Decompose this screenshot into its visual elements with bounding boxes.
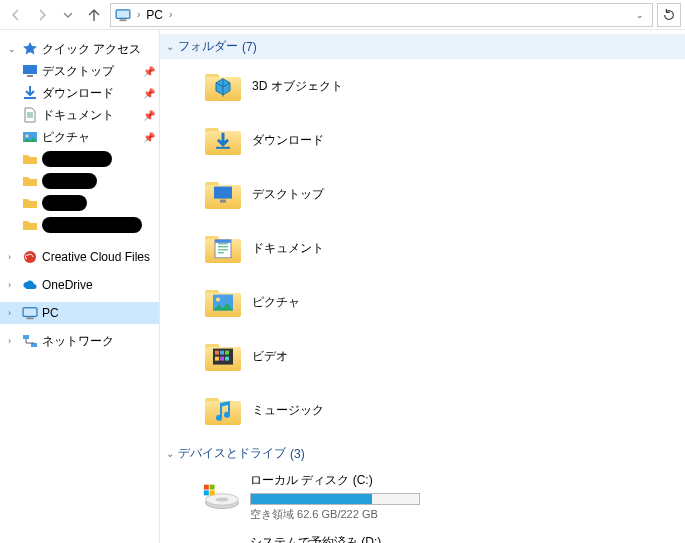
- folder-icon: [202, 119, 244, 161]
- pin-icon: 📌: [143, 66, 155, 77]
- group-count: (7): [242, 40, 257, 54]
- folder-item[interactable]: デスクトップ: [198, 171, 448, 217]
- svg-point-20: [216, 298, 220, 302]
- nav-forward-button[interactable]: [30, 3, 54, 27]
- svg-rect-16: [220, 200, 226, 203]
- redacted-label: [42, 151, 112, 167]
- folder-icon: [22, 173, 38, 189]
- tree-onedrive[interactable]: › OneDrive: [0, 274, 159, 296]
- item-label: デスクトップ: [252, 186, 324, 203]
- svg-rect-5: [24, 97, 36, 99]
- svg-rect-25: [215, 357, 219, 361]
- folder-item[interactable]: ドキュメント: [198, 225, 448, 271]
- tree-item-redacted[interactable]: [0, 214, 159, 236]
- download-icon: [22, 85, 38, 101]
- tree-item-redacted[interactable]: [0, 170, 159, 192]
- pin-icon: 📌: [143, 88, 155, 99]
- tree-label: デスクトップ: [42, 63, 114, 80]
- tree-creative-cloud[interactable]: › Creative Cloud Files: [0, 246, 159, 268]
- folder-icon: [202, 65, 244, 107]
- chevron-right-icon: ›: [169, 9, 172, 20]
- drive-item[interactable]: システムで予約済み (D:) 空き領域 66.9 MB/99.9 MB: [198, 532, 448, 543]
- document-icon: [22, 107, 38, 123]
- expand-icon[interactable]: ›: [8, 308, 18, 318]
- group-title: デバイスとドライブ: [178, 445, 286, 462]
- tree-item-redacted[interactable]: [0, 148, 159, 170]
- svg-point-7: [26, 135, 29, 138]
- tree-item-downloads[interactable]: ダウンロード 📌: [0, 82, 159, 104]
- drives-grid: ローカル ディスク (C:) 空き領域 62.6 GB/222 GB システムで…: [160, 466, 685, 543]
- expand-icon[interactable]: ›: [8, 336, 18, 346]
- svg-rect-1: [117, 10, 129, 17]
- folder-icon: [202, 389, 244, 431]
- group-header-devices[interactable]: ⌄ デバイスとドライブ (3): [160, 441, 685, 466]
- tree-item-documents[interactable]: ドキュメント 📌: [0, 104, 159, 126]
- redacted-label: [42, 195, 87, 211]
- pictures-icon: [22, 129, 38, 145]
- breadcrumb[interactable]: › PC › ⌄: [110, 3, 653, 27]
- svg-rect-15: [214, 187, 232, 199]
- svg-rect-4: [27, 75, 33, 77]
- item-label: ミュージック: [252, 402, 324, 419]
- svg-rect-22: [215, 351, 219, 355]
- chevron-down-icon: ⌄: [166, 448, 174, 459]
- svg-rect-27: [225, 357, 229, 361]
- folder-item[interactable]: 3D オブジェクト: [198, 63, 448, 109]
- drive-item[interactable]: ローカル ディスク (C:) 空き領域 62.6 GB/222 GB: [198, 470, 448, 524]
- item-label: 3D オブジェクト: [252, 78, 343, 95]
- tree-network[interactable]: › ネットワーク: [0, 330, 159, 352]
- svg-rect-24: [225, 351, 229, 355]
- folder-item[interactable]: ピクチャ: [198, 279, 448, 325]
- svg-rect-2: [120, 19, 127, 21]
- item-label: ピクチャ: [252, 294, 300, 311]
- refresh-button[interactable]: [657, 3, 681, 27]
- tree-pc[interactable]: › PC: [0, 302, 159, 324]
- item-label: ドキュメント: [252, 240, 324, 257]
- tree-item-pictures[interactable]: ピクチャ 📌: [0, 126, 159, 148]
- folder-item[interactable]: ミュージック: [198, 387, 448, 433]
- svg-rect-34: [210, 490, 215, 495]
- item-label: ビデオ: [252, 348, 288, 365]
- star-icon: [22, 41, 38, 57]
- group-title: フォルダー: [178, 38, 238, 55]
- content-pane: ⌄ フォルダー (7) 3D オブジェクト ダウンロード デスクトップ ドキュメ…: [160, 30, 685, 543]
- folder-item[interactable]: ビデオ: [198, 333, 448, 379]
- expand-icon[interactable]: ›: [8, 252, 18, 262]
- tree-label: ダウンロード: [42, 85, 114, 102]
- tree-label: ドキュメント: [42, 107, 114, 124]
- tree-label: ネットワーク: [42, 333, 114, 350]
- tree-item-redacted[interactable]: [0, 192, 159, 214]
- nav-back-button[interactable]: [4, 3, 28, 27]
- nav-recent-button[interactable]: [56, 3, 80, 27]
- folder-icon: [202, 173, 244, 215]
- item-label: ローカル ディスク (C:): [250, 472, 420, 489]
- tree-label: PC: [42, 306, 59, 320]
- creative-cloud-icon: [22, 249, 38, 265]
- tree-quick-access[interactable]: ⌄ クイック アクセス: [0, 38, 159, 60]
- address-dropdown-button[interactable]: ⌄: [636, 10, 648, 20]
- item-label: システムで予約済み (D:): [250, 534, 420, 543]
- item-sublabel: 空き領域 62.6 GB/222 GB: [250, 507, 420, 522]
- folder-item[interactable]: ダウンロード: [198, 117, 448, 163]
- navigation-tree: ⌄ クイック アクセス デスクトップ 📌 ダウンロード 📌 ドキュメント 📌 ピ…: [0, 30, 160, 543]
- chevron-down-icon: ⌄: [166, 41, 174, 52]
- network-icon: [22, 333, 38, 349]
- pin-icon: 📌: [143, 110, 155, 121]
- nav-up-button[interactable]: [82, 3, 106, 27]
- tree-item-desktop[interactable]: デスクトップ 📌: [0, 60, 159, 82]
- svg-rect-3: [23, 65, 37, 74]
- folder-icon: [202, 281, 244, 323]
- breadcrumb-segment[interactable]: PC: [146, 8, 163, 22]
- svg-rect-13: [31, 343, 37, 347]
- group-header-folders[interactable]: ⌄ フォルダー (7): [160, 34, 685, 59]
- folders-grid: 3D オブジェクト ダウンロード デスクトップ ドキュメント ピクチャ ビデオ …: [160, 59, 685, 441]
- expand-icon[interactable]: ›: [8, 280, 18, 290]
- svg-rect-23: [220, 351, 224, 355]
- pc-icon: [22, 305, 38, 321]
- svg-rect-32: [210, 485, 215, 490]
- svg-rect-10: [24, 309, 36, 316]
- svg-rect-12: [23, 335, 29, 339]
- folder-icon: [22, 195, 38, 211]
- desktop-icon: [22, 63, 38, 79]
- expand-icon[interactable]: ⌄: [8, 44, 18, 54]
